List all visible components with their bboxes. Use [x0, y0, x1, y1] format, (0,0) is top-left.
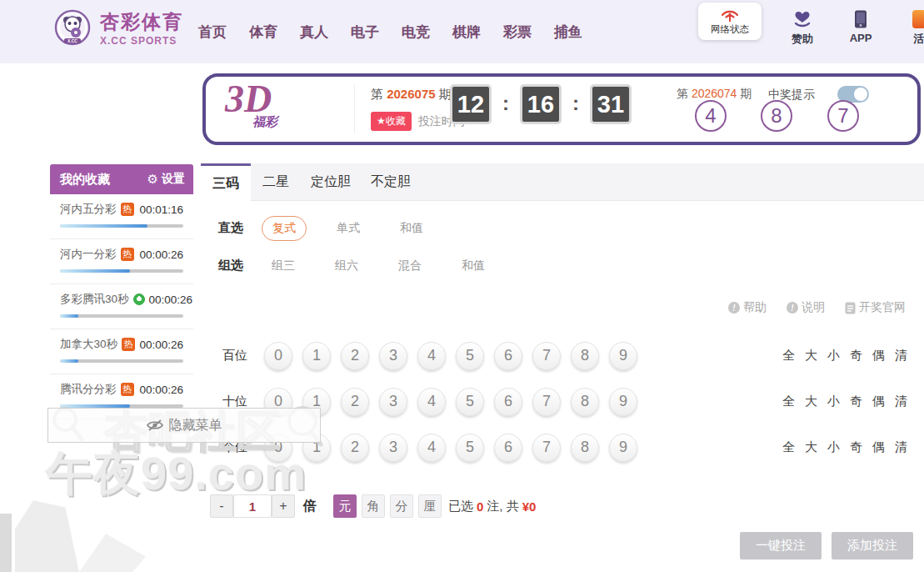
number-ball[interactable]: 5 — [456, 388, 484, 416]
select-odd[interactable]: 奇 — [850, 394, 862, 409]
select-all[interactable]: 全 — [782, 439, 795, 455]
number-ball[interactable]: 7 — [532, 388, 561, 416]
network-status[interactable]: 网络状态 — [698, 3, 762, 40]
number-ball[interactable]: 9 — [609, 342, 637, 370]
option-danshi[interactable]: 单式 — [327, 217, 370, 240]
number-ball[interactable]: 3 — [379, 388, 407, 416]
hide-menu-button[interactable]: 隐藏菜单 — [47, 408, 321, 443]
select-clear[interactable]: 清 — [895, 439, 907, 455]
select-all[interactable]: 全 — [782, 348, 795, 364]
tab-two-star[interactable]: 二星 — [251, 163, 301, 201]
select-big[interactable]: 大 — [805, 394, 817, 409]
select-odd[interactable]: 奇 — [850, 348, 862, 364]
document-icon — [845, 302, 856, 314]
add-bet-button[interactable]: 添加投注 — [832, 532, 913, 559]
select-even[interactable]: 偶 — [872, 348, 885, 364]
option-hezhi2[interactable]: 和值 — [452, 254, 495, 278]
select-clear[interactable]: 清 — [895, 394, 907, 409]
favorite-lottery-item[interactable]: 加拿大30秒 热 00:00:26 — [50, 329, 193, 374]
number-ball[interactable]: 6 — [494, 342, 522, 370]
select-odd[interactable]: 奇 — [850, 439, 862, 455]
official-site-link[interactable]: 开奖官网 — [845, 300, 906, 315]
bet-summary: 已选 0 注, 共 ¥0 — [448, 499, 536, 514]
favorite-lottery-item[interactable]: 河内五分彩 热 00:01:16 — [50, 194, 193, 239]
number-ball[interactable]: 5 — [456, 342, 484, 370]
brand-title: 杏彩体育 — [100, 9, 183, 35]
number-ball[interactable]: 6 — [494, 434, 522, 462]
promo-button[interactable]: 活 — [901, 10, 924, 47]
select-all[interactable]: 全 — [782, 394, 795, 409]
number-ball[interactable]: 9 — [609, 434, 637, 462]
select-small[interactable]: 小 — [827, 348, 840, 364]
menu-item-esports[interactable]: 电竞 — [402, 23, 430, 42]
option-zusan[interactable]: 组三 — [262, 254, 305, 278]
tab-position[interactable]: 定位胆 — [301, 163, 361, 201]
number-ball[interactable]: 5 — [456, 434, 484, 462]
number-ball[interactable]: 8 — [571, 388, 599, 416]
number-ball[interactable]: 7 — [532, 434, 561, 462]
progress-track — [60, 269, 183, 273]
favorite-lottery-item[interactable]: 多彩腾讯30秒 00:00:26 — [50, 284, 193, 329]
instructions-link[interactable]: ! 说明 — [787, 300, 825, 315]
favorite-button[interactable]: ★收藏 — [371, 112, 412, 131]
menu-item-slots[interactable]: 电子 — [351, 23, 379, 42]
select-big[interactable]: 大 — [805, 348, 817, 364]
number-ball[interactable]: 9 — [609, 388, 637, 416]
number-ball[interactable]: 3 — [379, 434, 407, 462]
multiplier-minus-button[interactable]: - — [210, 494, 233, 518]
brand-logo[interactable]: X.CC 杏彩体育 X.CC SPORTS — [53, 8, 183, 47]
menu-item-sports[interactable]: 体育 — [249, 23, 277, 42]
number-ball[interactable]: 7 — [532, 342, 561, 370]
number-ball[interactable]: 4 — [417, 342, 446, 370]
select-small[interactable]: 小 — [827, 394, 840, 409]
number-ball[interactable]: 2 — [341, 342, 369, 370]
select-even[interactable]: 偶 — [872, 394, 885, 409]
select-clear[interactable]: 清 — [895, 348, 907, 364]
multiplier-input[interactable] — [233, 494, 272, 518]
app-button[interactable]: APP — [842, 10, 879, 47]
menu-item-fishing[interactable]: 捕鱼 — [554, 23, 582, 42]
brand-subtitle: X.CC SPORTS — [100, 35, 183, 47]
unit-li[interactable]: 厘 — [418, 494, 442, 518]
settings-label: 设置 — [162, 172, 185, 187]
sponsor-button[interactable]: 赞助 — [784, 10, 821, 47]
unit-yuan[interactable]: 元 — [333, 494, 357, 518]
one-click-bet-button[interactable]: 一键投注 — [740, 532, 822, 559]
select-big[interactable]: 大 — [805, 439, 817, 455]
select-even[interactable]: 偶 — [872, 439, 885, 455]
play-group-label: 组选 — [218, 258, 262, 273]
option-hunhe[interactable]: 混合 — [388, 254, 432, 278]
number-ball[interactable]: 3 — [379, 342, 407, 370]
play-group-group: 组选 组三 组六 混合 和值 — [218, 253, 924, 278]
bet-panel: 三码 二星 定位胆 不定胆 直选 复式 单式 和值 组选 组三 组六 混合 和值… — [201, 163, 924, 559]
unit-jiao[interactable]: 角 — [362, 494, 385, 518]
help-link[interactable]: ! 帮助 — [728, 300, 767, 315]
select-small[interactable]: 小 — [827, 439, 840, 455]
menu-item-lottery[interactable]: 彩票 — [503, 23, 532, 42]
times-label: 倍 — [303, 498, 317, 515]
number-ball[interactable]: 8 — [571, 342, 599, 370]
tab-no-position[interactable]: 不定胆 — [361, 163, 421, 201]
last-issue-number: 2026074 — [692, 87, 737, 100]
settings-button[interactable]: ⚙ 设置 — [147, 172, 185, 187]
number-ball[interactable]: 8 — [571, 434, 599, 462]
menu-item-live[interactable]: 真人 — [300, 23, 328, 42]
unit-fen[interactable]: 分 — [390, 494, 413, 518]
number-ball[interactable]: 2 — [341, 388, 369, 416]
number-ball[interactable]: 0 — [264, 342, 292, 370]
number-ball[interactable]: 6 — [494, 388, 522, 416]
number-ball[interactable]: 4 — [417, 388, 446, 416]
option-hezhi[interactable]: 和值 — [390, 217, 433, 240]
number-ball[interactable]: 2 — [341, 434, 369, 462]
tab-three-code[interactable]: 三码 — [201, 163, 251, 201]
menu-item-chess[interactable]: 棋牌 — [452, 23, 481, 42]
menu-item-home[interactable]: 首页 — [198, 23, 227, 42]
number-ball[interactable]: 1 — [302, 342, 331, 370]
favorites-sidebar: 我的收藏 ⚙ 设置 河内五分彩 热 00:01:16 河内一分彩 热 00:00… — [50, 164, 193, 419]
option-zuliu[interactable]: 组六 — [325, 254, 368, 278]
number-ball[interactable]: 4 — [417, 434, 446, 462]
option-fushi[interactable]: 复式 — [262, 216, 307, 241]
multiplier-plus-button[interactable]: + — [272, 494, 295, 518]
favorite-lottery-item[interactable]: 河内一分彩 热 00:00:26 — [50, 239, 193, 284]
page: X.CC 杏彩体育 X.CC SPORTS 首页 体育 真人 电子 电竞 棋牌 … — [0, 0, 924, 572]
